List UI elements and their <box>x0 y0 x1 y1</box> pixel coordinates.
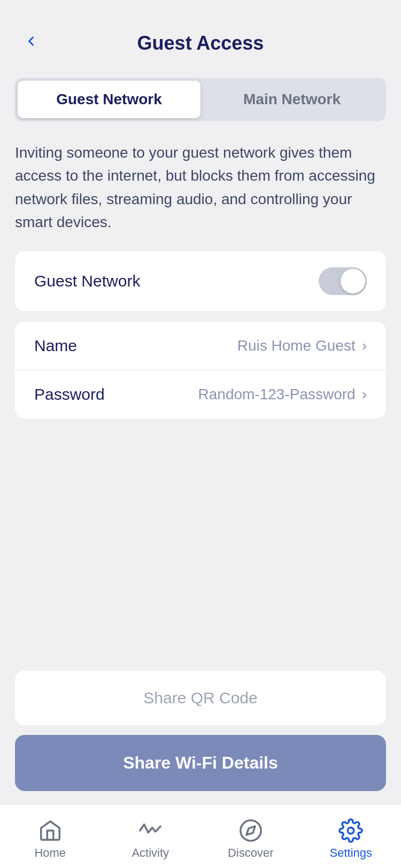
activity-icon <box>138 818 163 843</box>
content-spacer <box>0 429 401 671</box>
password-field-label: Password <box>34 385 105 404</box>
svg-point-2 <box>348 827 354 834</box>
header: Guest Access <box>0 0 401 67</box>
toggle-row: Guest Network <box>15 251 386 311</box>
svg-point-0 <box>241 820 261 841</box>
password-field-row[interactable]: Password Random-123-Password › <box>15 370 386 418</box>
guest-network-toggle[interactable] <box>319 267 367 295</box>
nav-label-discover: Discover <box>228 846 274 860</box>
page-title: Guest Access <box>137 32 264 55</box>
nav-item-activity[interactable]: Activity <box>101 815 201 860</box>
network-fields-card: Name Ruis Home Guest › Password Random-1… <box>15 322 386 418</box>
share-wifi-button[interactable]: Share Wi-Fi Details <box>15 735 386 791</box>
discover-icon <box>238 818 263 843</box>
name-field-value: Ruis Home Guest <box>237 337 356 354</box>
settings-icon <box>338 818 363 843</box>
guest-network-toggle-card: Guest Network <box>15 251 386 311</box>
tab-guest-network[interactable]: Guest Network <box>18 81 200 118</box>
nav-item-home[interactable]: Home <box>0 815 101 860</box>
nav-label-home: Home <box>34 846 66 860</box>
description-text: Inviting someone to your guest network g… <box>15 141 386 234</box>
name-chevron-icon: › <box>362 337 367 354</box>
tab-switcher: Guest Network Main Network <box>15 78 386 121</box>
share-qr-button[interactable]: Share QR Code <box>15 671 386 725</box>
back-button[interactable] <box>19 29 43 55</box>
action-buttons: Share QR Code Share Wi-Fi Details <box>0 671 401 804</box>
password-field-value: Random-123-Password <box>198 386 356 403</box>
nav-label-settings: Settings <box>330 846 373 860</box>
password-chevron-icon: › <box>362 386 367 403</box>
bottom-nav: Home Activity Discover Settings <box>0 804 401 868</box>
name-field-row[interactable]: Name Ruis Home Guest › <box>15 322 386 370</box>
tab-main-network[interactable]: Main Network <box>200 81 383 118</box>
nav-item-discover[interactable]: Discover <box>200 815 301 860</box>
home-icon <box>38 818 63 843</box>
toggle-knob <box>341 269 365 293</box>
nav-label-activity: Activity <box>132 846 169 860</box>
name-field-label: Name <box>34 337 77 355</box>
nav-item-settings[interactable]: Settings <box>301 815 402 860</box>
svg-marker-1 <box>246 826 255 835</box>
password-field-value-wrap: Random-123-Password › <box>198 386 367 403</box>
name-field-value-wrap: Ruis Home Guest › <box>237 337 367 354</box>
toggle-label: Guest Network <box>34 272 140 290</box>
